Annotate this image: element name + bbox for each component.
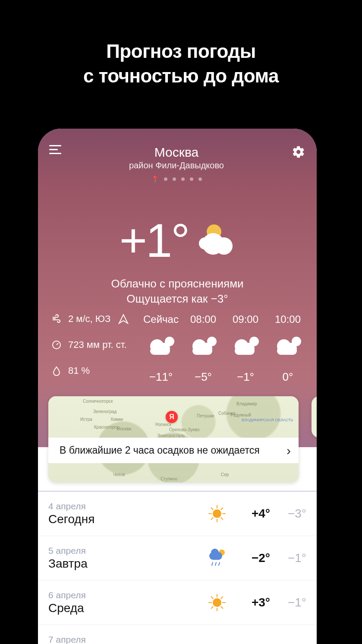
hour-column[interactable]: Сейчас−11° xyxy=(140,313,182,384)
day-high-temp: +3° xyxy=(232,596,270,609)
hour-column[interactable]: 10:000° xyxy=(267,313,309,384)
settings-icon[interactable] xyxy=(292,145,305,159)
hour-temp: −1° xyxy=(224,370,267,384)
day-name: Сегодня xyxy=(48,512,202,526)
direction-arrow-icon xyxy=(118,314,129,324)
map-city-label: Сер xyxy=(221,472,229,477)
location-pin-icon: 📍 xyxy=(151,176,159,183)
wind-icon xyxy=(51,313,62,325)
pressure-metric: 723 мм рт. ст. xyxy=(51,339,140,350)
humidity-metric: 81 % xyxy=(51,365,140,376)
precipitation-banner[interactable]: В ближайшие 2 часа осадков не ожидается … xyxy=(48,438,299,463)
pager-dot xyxy=(164,177,167,181)
hero-panel: Москва район Фили-Давыдково 📍 +1° xyxy=(38,129,317,447)
hour-label: 08:00 xyxy=(182,313,224,325)
pager-dot xyxy=(181,177,185,181)
sun-icon xyxy=(209,506,225,521)
day-date: 6 апреля xyxy=(48,590,202,600)
hourly-forecast[interactable]: Сейчас−11°08:00−5°09:00−1°10:000°11:0+ xyxy=(140,313,317,384)
map-city-label: Орехово-Зуево xyxy=(169,427,199,432)
phone-frame: Москва район Фили-Давыдково 📍 +1° xyxy=(38,129,317,644)
day-low-temp: −1° xyxy=(275,596,306,609)
map-city-label: Истра xyxy=(80,417,92,422)
map-region-label: ВЛАДИМИРСКАЯ ОБЛАСТЬ xyxy=(242,418,293,422)
day-row[interactable]: 7 апреля xyxy=(38,625,317,644)
map-city-label: Радужный xyxy=(230,413,251,417)
map-city-label: Ступино xyxy=(161,477,177,481)
hour-column[interactable]: 08:00−5° xyxy=(182,313,224,384)
map-city-label: Чехов xyxy=(113,472,125,477)
day-date: 5 апреля xyxy=(48,546,202,556)
hour-label: Сейчас xyxy=(140,313,182,325)
district-name: район Фили-Давыдково xyxy=(61,161,292,170)
wind-metric: 2 м/с, ЮЗ xyxy=(51,313,140,325)
wind-value: 2 м/с, ЮЗ xyxy=(68,313,110,325)
day-low-temp: −3° xyxy=(275,507,306,521)
day-low-temp: −1° xyxy=(275,551,306,565)
page-indicator[interactable]: 📍 xyxy=(61,176,292,183)
map-city-label: Зеленоград xyxy=(93,409,116,414)
partly-cloudy-icon xyxy=(224,334,267,360)
promo-line-2: с точностью до дома xyxy=(0,63,362,88)
pressure-value: 723 мм рт. ст. xyxy=(68,339,127,350)
day-name: Завтра xyxy=(48,557,202,571)
day-row[interactable]: 5 апреляЗавтра−2°−1° xyxy=(38,536,317,581)
promo-headline: Прогноз погоды с точностью до дома xyxy=(0,0,362,88)
hour-label: 11:0 xyxy=(309,313,317,325)
rain-icon xyxy=(208,549,226,567)
metrics-column: 2 м/с, ЮЗ 723 мм рт. ст. 81 % xyxy=(51,313,140,384)
feels-like-text: Ощущается как −3° xyxy=(38,292,317,306)
day-date: 4 апреля xyxy=(48,501,202,511)
day-row[interactable]: 6 апреляСреда+3°−1° xyxy=(38,581,317,625)
hour-temp: 0° xyxy=(267,370,309,384)
hour-temp: −5° xyxy=(182,370,224,384)
current-temp: +1° xyxy=(120,213,189,268)
map-city-label: Химки xyxy=(110,417,123,422)
hour-temp: + xyxy=(309,370,317,384)
daily-forecast: 4 апреляСегодня+4°−3°5 апреляЗавтра−2°−1… xyxy=(38,491,317,644)
day-high-temp: −2° xyxy=(232,551,270,565)
current-weather: +1° Облачно с прояснениями Ощущается как… xyxy=(38,213,317,306)
next-card-peek[interactable] xyxy=(312,396,317,438)
humidity-icon xyxy=(51,365,62,376)
day-name: Среда xyxy=(48,601,202,615)
city-name: Москва xyxy=(61,145,292,160)
promo-line-1: Прогноз погоды xyxy=(0,39,362,63)
menu-icon[interactable] xyxy=(49,145,61,155)
partly-cloudy-icon xyxy=(309,334,317,360)
hour-column[interactable]: 11:0+ xyxy=(309,313,317,384)
partly-cloudy-night-icon xyxy=(195,224,235,256)
hour-label: 09:00 xyxy=(224,313,267,325)
hour-temp: −11° xyxy=(140,370,182,384)
day-high-temp: +4° xyxy=(232,507,270,521)
chevron-right-icon: › xyxy=(286,442,291,459)
pager-dot xyxy=(173,177,176,181)
hour-label: 10:00 xyxy=(267,313,309,325)
day-date: 7 апреля xyxy=(48,635,306,644)
precipitation-text: В ближайшие 2 часа осадков не ожидается xyxy=(60,444,260,457)
partly-cloudy-icon xyxy=(267,334,309,360)
location-title[interactable]: Москва район Фили-Давыдково 📍 xyxy=(61,145,292,183)
map-city-label: Солнечногорск xyxy=(83,399,113,404)
map-city-label: Красногорск xyxy=(94,425,119,429)
partly-cloudy-icon xyxy=(140,334,182,360)
sun-icon xyxy=(209,595,225,610)
day-row[interactable]: 4 апреляСегодня+4°−3° xyxy=(38,492,317,536)
condition-text: Облачно с прояснениями xyxy=(38,277,317,290)
partly-cloudy-icon xyxy=(182,334,224,360)
map-city-label: Петушки xyxy=(197,414,214,418)
hour-column[interactable]: 09:00−1° xyxy=(224,313,267,384)
pager-dot xyxy=(190,177,193,181)
pressure-icon xyxy=(51,339,62,350)
map-city-label: Ногинск xyxy=(155,422,171,427)
pager-dot xyxy=(198,177,202,181)
map-city-label: Владимир xyxy=(236,401,257,406)
map-city-label: Москва xyxy=(116,426,131,431)
map-pin-icon: Я xyxy=(166,411,178,423)
humidity-value: 81 % xyxy=(68,365,90,376)
map-card[interactable]: Солнечногорск Зеленоград Истра Химки Кра… xyxy=(48,396,317,483)
